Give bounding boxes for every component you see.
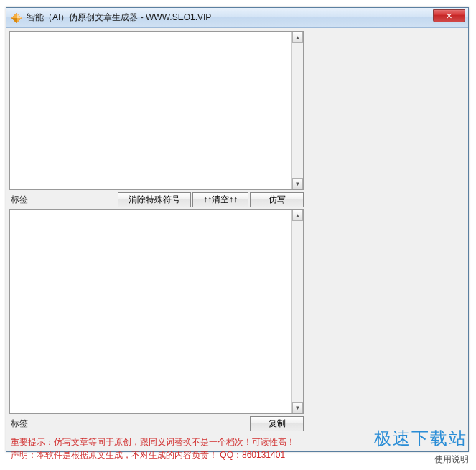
scroll-up-icon[interactable]: ▲ xyxy=(292,32,303,43)
svg-marker-2 xyxy=(11,18,17,23)
svg-marker-1 xyxy=(17,13,22,18)
notice-line-2: 声明：本软件是根据原文生成，不对生成的内容负责！ QQ：860131401 xyxy=(11,448,302,461)
scrollbar[interactable]: ▲ ▼ xyxy=(291,32,303,189)
close-icon: ✕ xyxy=(446,11,452,21)
rewrite-button[interactable]: 仿写 xyxy=(250,192,304,207)
remove-special-button[interactable]: 消除特殊符号 xyxy=(118,192,191,207)
scroll-up-icon[interactable]: ▲ xyxy=(292,210,303,221)
usage-link[interactable]: 使用说明 xyxy=(434,453,469,466)
clear-button[interactable]: ↑↑清空↑↑ xyxy=(192,192,248,207)
close-button[interactable]: ✕ xyxy=(433,9,465,22)
scroll-down-icon[interactable]: ▼ xyxy=(292,402,303,413)
bottom-button-row: 标签 复制 xyxy=(9,415,304,431)
watermark-text: 极速下载站 xyxy=(374,427,467,450)
output-textarea[interactable] xyxy=(10,210,291,413)
app-window: 智能（AI）伪原创文章生成器 - WWW.SEO1.VIP ✕ ▲ ▼ 标签 消… xyxy=(6,7,469,452)
scrollbar[interactable]: ▲ ▼ xyxy=(291,210,303,413)
top-button-row: 标签 消除特殊符号 ↑↑清空↑↑ 仿写 xyxy=(9,192,304,207)
input-textarea-wrap: ▲ ▼ xyxy=(9,31,304,190)
notice-block: 重要提示：仿写文章等同于原创，跟同义词替换不是一个档次！可读性高！ 声明：本软件… xyxy=(9,434,304,463)
input-textarea[interactable] xyxy=(10,32,291,189)
output-textarea-wrap: ▲ ▼ xyxy=(9,209,304,414)
notice-line-1: 重要提示：仿写文章等同于原创，跟同义词替换不是一个档次！可读性高！ xyxy=(11,436,302,448)
window-title: 智能（AI）伪原创文章生成器 - WWW.SEO1.VIP xyxy=(27,11,211,24)
copy-button[interactable]: 复制 xyxy=(250,416,304,431)
app-icon xyxy=(11,12,22,24)
titlebar[interactable]: 智能（AI）伪原创文章生成器 - WWW.SEO1.VIP ✕ xyxy=(6,8,468,28)
scroll-down-icon[interactable]: ▼ xyxy=(292,178,303,189)
client-area: ▲ ▼ 标签 消除特殊符号 ↑↑清空↑↑ 仿写 ▲ ▼ xyxy=(6,28,468,451)
bottom-label: 标签 xyxy=(9,418,45,430)
top-label: 标签 xyxy=(9,194,45,206)
left-panel: ▲ ▼ 标签 消除特殊符号 ↑↑清空↑↑ 仿写 ▲ ▼ xyxy=(9,31,304,463)
